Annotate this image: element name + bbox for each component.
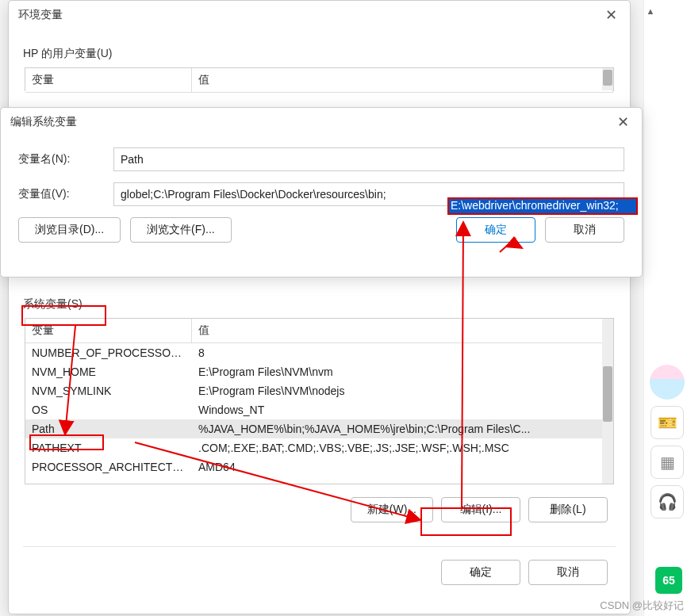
ok-button[interactable]: 确定 — [456, 217, 535, 243]
edit-dialog-buttons: 浏览目录(D)... 浏览文件(F)... 确定 取消 — [18, 217, 624, 243]
ticket-icon[interactable]: 🎫 — [651, 406, 684, 439]
table-row[interactable]: OSWindows_NT — [25, 400, 613, 419]
var-name-cell: PATHEXT — [25, 438, 192, 457]
headset-icon[interactable]: 🎧 — [651, 485, 684, 518]
col-header-var[interactable]: 变量 — [25, 68, 192, 92]
edit-sys-var-dialog: 编辑系统变量 ✕ 变量名(N): 变量值(V): globel;C:\Progr… — [0, 107, 643, 277]
notification-badge[interactable]: 65 — [655, 567, 682, 594]
browse-file-button[interactable]: 浏览文件(F)... — [130, 217, 232, 243]
watermark: CSDN @比较好记 — [600, 599, 684, 613]
ok-button[interactable]: 确定 — [441, 560, 520, 585]
var-name-cell: PROCESSOR_ARCHITECTURE — [25, 457, 192, 476]
close-icon[interactable]: ✕ — [613, 113, 632, 132]
var-name-cell: OS — [25, 400, 192, 419]
dialog-title: 环境变量 — [18, 8, 63, 22]
user-vars-label: HP 的用户变量(U) — [23, 47, 630, 61]
scrollbar[interactable] — [602, 68, 613, 90]
browse-dir-button[interactable]: 浏览目录(D)... — [18, 217, 121, 243]
new-button[interactable]: 新建(W)... — [351, 497, 433, 522]
var-value-cell: Windows_NT — [192, 400, 613, 419]
cancel-button[interactable]: 取消 — [528, 560, 608, 585]
close-icon[interactable]: ✕ — [601, 6, 620, 25]
scroll-up-icon[interactable]: ▲ — [646, 6, 655, 16]
scrollbar[interactable] — [602, 319, 613, 484]
avatar[interactable] — [650, 365, 685, 400]
var-name-cell: NUMBER_OF_PROCESSORS — [25, 343, 192, 362]
table-row[interactable]: Path%JAVA_HOME%\bin;%JAVA_HOME%\jre\bin;… — [25, 419, 613, 438]
var-value-cell: 8 — [192, 343, 613, 362]
col-header-val[interactable]: 值 — [192, 319, 613, 342]
var-value-text: globel;C:\Program Files\Docker\Docker\re… — [121, 188, 386, 201]
table-row[interactable]: PROCESSOR_ARCHITECTUREAMD64 — [25, 457, 613, 476]
titlebar: 环境变量 ✕ — [9, 1, 630, 29]
env-vars-dialog: 环境变量 ✕ HP 的用户变量(U) 变量 值 系统变量(S) 变量 值 NUM… — [8, 0, 631, 614]
var-value-cell: E:\Program Files\NVM\nodejs — [192, 381, 613, 400]
user-vars-table[interactable]: 变量 值 — [25, 67, 614, 91]
table-row[interactable]: PATHEXT.COM;.EXE;.BAT;.CMD;.VBS;.VBE;.JS… — [25, 438, 613, 457]
right-sidebar: ▲ 🎫 ▦ 🎧 — [643, 0, 687, 616]
sys-vars-label: 系统变量(S) — [23, 297, 630, 312]
var-name-label: 变量名(N): — [18, 152, 113, 166]
var-value-cell: E:\Program Files\NVM\nvm — [192, 362, 613, 381]
sys-vars-table[interactable]: 变量 值 NUMBER_OF_PROCESSORS8NVM_HOMEE:\Pro… — [25, 318, 614, 484]
dialog-btn-row: 确定 取消 — [9, 560, 608, 585]
var-value-cell: AMD64 — [192, 457, 613, 476]
var-value-cell: .COM;.EXE;.BAT;.CMD;.VBS;.VBE;.JS;.JSE;.… — [192, 438, 613, 457]
col-header-var[interactable]: 变量 — [25, 319, 192, 342]
var-name-input[interactable] — [113, 147, 624, 171]
var-name-cell: Path — [25, 419, 192, 438]
var-name-cell: NVM_HOME — [25, 362, 192, 381]
table-row[interactable]: NUMBER_OF_PROCESSORS8 — [25, 343, 613, 362]
table-row[interactable]: NVM_HOMEE:\Program Files\NVM\nvm — [25, 362, 613, 381]
delete-button[interactable]: 删除(L) — [528, 497, 608, 522]
var-name-cell: NVM_SYMLINK — [25, 381, 192, 400]
qr-icon[interactable]: ▦ — [651, 446, 684, 479]
table-row[interactable]: NVM_SYMLINKE:\Program Files\NVM\nodejs — [25, 381, 613, 400]
sys-btn-row: 新建(W)... 编辑(I)... 删除(L) — [9, 497, 608, 522]
var-value-cell: %JAVA_HOME%\bin;%JAVA_HOME%\jre\bin;C:\P… — [192, 419, 613, 438]
var-name-row: 变量名(N): — [18, 147, 624, 171]
titlebar: 编辑系统变量 ✕ — [1, 108, 642, 136]
selected-path-text[interactable]: E:\webdriver\chromedriver_win32; — [449, 199, 636, 213]
cancel-button[interactable]: 取消 — [545, 217, 624, 243]
col-header-val[interactable]: 值 — [192, 68, 613, 92]
dialog-title: 编辑系统变量 — [10, 115, 77, 129]
var-value-label: 变量值(V): — [18, 187, 113, 201]
edit-button[interactable]: 编辑(I)... — [441, 497, 520, 522]
